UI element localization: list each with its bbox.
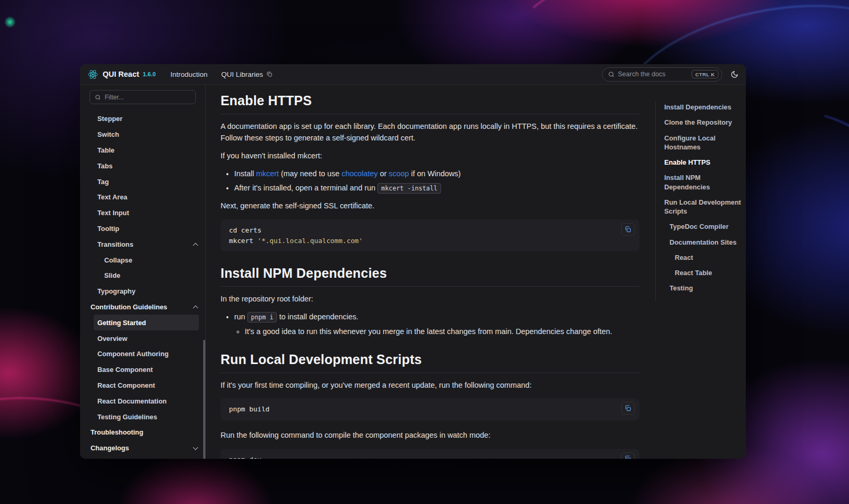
sidebar-item-table[interactable]: Table <box>80 143 205 158</box>
sidebar-item-getting-started[interactable]: Getting Started <box>94 315 199 330</box>
sidebar-item-text-area[interactable]: Text Area <box>80 189 205 205</box>
bullet-list: run pnpm i to install dependencies. It's… <box>223 311 640 337</box>
sidebar-item-base-component[interactable]: Base Component <box>80 362 205 378</box>
nav-introduction[interactable]: Introduction <box>171 70 208 78</box>
sidebar-filter-input[interactable] <box>105 94 191 101</box>
heading-run-scripts: Run Local Development Scripts <box>221 352 640 373</box>
sidebar: Stepper Switch Table Tabs Tag Text Area … <box>80 84 206 459</box>
sidebar-item-testing-guidelines[interactable]: Testing Guidelines <box>80 409 205 425</box>
sidebar-item-component-authoring[interactable]: Component Authoring <box>80 346 205 362</box>
sidebar-scrollbar-thumb[interactable] <box>203 340 205 459</box>
sidebar-item-tag[interactable]: Tag <box>80 174 205 189</box>
paragraph: A documentation app is set up for each l… <box>221 121 640 144</box>
paragraph: In the repository root folder: <box>221 294 640 305</box>
sidebar-filter[interactable] <box>89 90 196 104</box>
chevron-up-icon <box>193 306 198 311</box>
chevron-up-icon <box>193 243 198 248</box>
toc-list: Install Dependencies Clone the Repositor… <box>655 102 743 301</box>
table-of-contents: Install Dependencies Clone the Repositor… <box>655 84 746 459</box>
filter-search-icon <box>95 94 101 100</box>
nested-bullet-list: It's a good idea to run this whenever yo… <box>234 326 640 338</box>
paragraph: If it's your first time compiling, or yo… <box>221 380 640 391</box>
sidebar-item-typography[interactable]: Typography <box>80 284 205 299</box>
code-string: '*.qui.local.qualcomm.com' <box>257 237 363 245</box>
link-scoop[interactable]: scoop <box>389 169 409 178</box>
docs-window: QUI React 1.6.0 Introduction QUI Librari… <box>80 64 746 459</box>
sidebar-item-tooltip[interactable]: Tooltip <box>80 221 205 237</box>
sidebar-category-contribution-guidelines[interactable]: Contribution Guidelines <box>80 299 205 315</box>
code-block-pnpm-build: pnpm build <box>221 398 640 420</box>
heading-install-npm: Install NPM Dependencies <box>221 266 640 287</box>
toc-item-testing[interactable]: Testing <box>656 284 743 293</box>
window-body: Stepper Switch Table Tabs Tag Text Area … <box>80 84 746 459</box>
list-item: After it's installed, open a terminal an… <box>234 183 640 194</box>
list-item: run pnpm i to install dependencies. It's… <box>234 311 640 337</box>
section-run-scripts: Run Local Development Scripts If it's yo… <box>221 352 640 459</box>
sidebar-item-tabs[interactable]: Tabs <box>80 158 205 174</box>
inline-code-mkcert-install: mkcert -install <box>377 183 441 194</box>
code-line: mkcert '*.qui.local.qualcomm.com' <box>229 236 631 246</box>
atom-logo-icon <box>87 69 98 80</box>
sidebar-item-text-input[interactable]: Text Input <box>80 205 205 221</box>
section-install-npm: Install NPM Dependencies In the reposito… <box>221 266 640 337</box>
sidebar-item-react-component[interactable]: React Component <box>80 378 205 394</box>
code-line: pnpm build <box>229 404 631 415</box>
code-block-pnpm-dev: pnpm dev <box>221 449 640 459</box>
code-line: pnpm dev <box>229 455 631 459</box>
toc-item-typedoc-compiler[interactable]: TypeDoc Compiler <box>656 222 743 231</box>
list-item: Install mkcert (may need to use chocolat… <box>234 168 640 180</box>
link-chocolatey[interactable]: chocolatey <box>342 169 378 178</box>
external-window-icon <box>266 71 273 77</box>
sidebar-item-stepper[interactable]: Stepper <box>80 111 205 127</box>
search-icon <box>608 71 615 78</box>
toc-item-react-table[interactable]: React Table <box>656 268 743 277</box>
search-shortcut-kbd: CTRL K <box>692 70 718 78</box>
bullet-list: Install mkcert (may need to use chocolat… <box>223 168 640 194</box>
copy-code-button[interactable] <box>621 402 635 415</box>
toc-item-documentation-sites[interactable]: Documentation Sites <box>656 238 743 247</box>
sidebar-item-overview[interactable]: Overview <box>80 330 205 346</box>
paragraph: Run the following command to compile the… <box>221 430 640 441</box>
dark-mode-toggle[interactable] <box>731 70 738 78</box>
link-mkcert[interactable]: mkcert <box>256 169 279 178</box>
section-enable-https: Enable HTTPS A documentation app is set … <box>221 93 640 251</box>
search-input[interactable] <box>618 70 688 78</box>
paragraph: If you haven't installed mkcert: <box>221 150 640 162</box>
chevron-down-icon <box>193 445 198 450</box>
toc-item-run-local-development-scripts[interactable]: Run Local Development Scripts <box>656 198 743 216</box>
sidebar-item-collapse[interactable]: Collapse <box>80 252 205 268</box>
doc-content: Enable HTTPS A documentation app is set … <box>206 84 655 459</box>
sidebar-category-changelogs[interactable]: Changelogs <box>80 440 205 456</box>
toc-item-configure-local-hostnames[interactable]: Configure Local Hostnames <box>656 134 743 152</box>
sidebar-item-switch[interactable]: Switch <box>80 127 205 143</box>
screen: QUI React 1.6.0 Introduction QUI Librari… <box>0 0 849 504</box>
toc-item-install-npm-dependencies[interactable]: Install NPM Dependencies <box>656 173 743 191</box>
sidebar-item-transitions[interactable]: Transitions <box>80 236 205 252</box>
nav-qui-libraries[interactable]: QUI Libraries <box>221 70 273 78</box>
toc-item-clone-the-repository[interactable]: Clone the Repository <box>656 118 743 127</box>
paragraph: Next, generate the self-signed SSL certi… <box>221 200 640 212</box>
navbar: QUI React 1.6.0 Introduction QUI Librari… <box>80 64 746 84</box>
toc-item-enable-https[interactable]: Enable HTTPS <box>656 158 743 167</box>
version-badge: 1.6.0 <box>143 71 155 77</box>
inline-code-pnpm-i: pnpm i <box>247 312 277 322</box>
copy-code-button[interactable] <box>621 452 635 459</box>
sidebar-category-troubleshooting[interactable]: Troubleshooting <box>80 425 205 440</box>
docs-search[interactable]: CTRL K <box>602 67 722 82</box>
brand-title: QUI React <box>103 70 139 78</box>
code-line: cd certs <box>229 225 631 236</box>
heading-enable-https: Enable HTTPS <box>221 93 640 114</box>
copy-code-button[interactable] <box>621 223 635 236</box>
navbar-links: Introduction QUI Libraries <box>171 70 273 78</box>
toc-item-react[interactable]: React <box>656 253 743 262</box>
sidebar-item-react-documentation[interactable]: React Documentation <box>80 393 205 409</box>
sidebar-menu: Stepper Switch Table Tabs Tag Text Area … <box>80 111 205 456</box>
code-block-mkcert: cd certs mkcert '*.qui.local.qualcomm.co… <box>221 219 640 252</box>
sidebar-item-slide[interactable]: Slide <box>80 268 205 284</box>
toc-item-install-dependencies[interactable]: Install Dependencies <box>656 103 743 112</box>
list-item: It's a good idea to run this whenever yo… <box>245 326 640 338</box>
